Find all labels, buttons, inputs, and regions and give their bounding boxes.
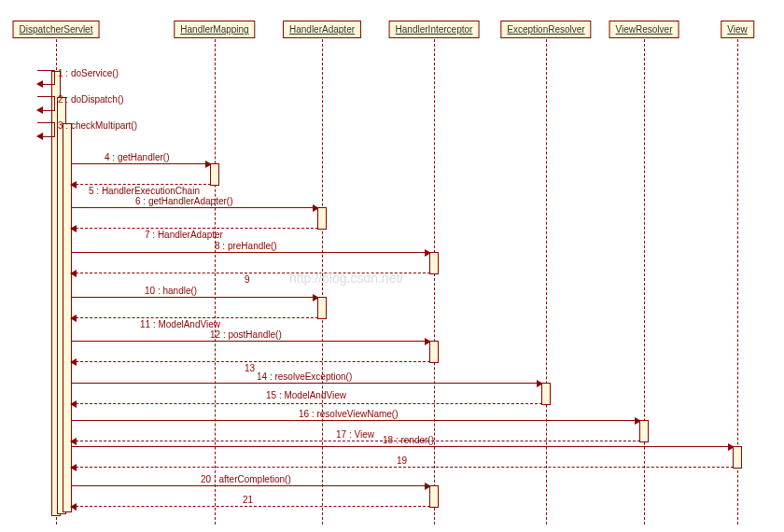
msg-gethandleradapter bbox=[71, 207, 318, 208]
label-handle: 10 : handle() bbox=[145, 286, 197, 296]
label-handleradapter: 7 : HandlerAdapter bbox=[145, 230, 223, 240]
label-21: 21 bbox=[243, 495, 253, 505]
participant-viewresolver: ViewResolver bbox=[609, 21, 679, 38]
activation-view bbox=[733, 446, 742, 469]
activation-interceptor-2 bbox=[429, 341, 439, 363]
label-prehandle: 8 : preHandle() bbox=[215, 241, 277, 251]
return-view bbox=[71, 441, 640, 441]
activation-mapping bbox=[210, 163, 219, 186]
lifeline-viewresolver bbox=[644, 39, 645, 525]
label-gethandler: 4 : getHandler() bbox=[105, 152, 169, 162]
label-resolveexception: 14 : resolveException() bbox=[257, 371, 352, 382]
msg-prehandle bbox=[71, 252, 430, 253]
return-19 bbox=[71, 467, 734, 468]
label-9: 9 bbox=[245, 274, 250, 285]
return-handleradapter bbox=[71, 228, 318, 229]
return-handlerexecutionchain bbox=[71, 184, 211, 185]
label-aftercompletion: 20 : afterCompletion() bbox=[201, 474, 291, 484]
label-13: 13 bbox=[245, 363, 255, 373]
activation-viewresolver bbox=[639, 420, 649, 442]
msg-render bbox=[71, 446, 734, 447]
lifeline-exception bbox=[546, 39, 547, 525]
participant-mapping: HandlerMapping bbox=[174, 21, 255, 38]
activation-interceptor-3 bbox=[429, 485, 439, 508]
label-modelandview-1: 11 : ModelAndView bbox=[140, 319, 220, 329]
participant-adapter: HandlerAdapter bbox=[283, 21, 361, 38]
activation-adapter-1 bbox=[317, 207, 327, 230]
activation-interceptor-1 bbox=[429, 252, 439, 274]
participant-exception: ExceptionResolver bbox=[500, 21, 591, 38]
watermark: http://blog.csdn.net/ bbox=[289, 271, 403, 286]
self-doservice bbox=[37, 70, 55, 85]
activation-exception bbox=[541, 383, 551, 405]
self-dodispatch bbox=[37, 96, 55, 111]
msg-resolveviewname bbox=[71, 420, 640, 421]
self-checkmultipart bbox=[37, 122, 55, 137]
label-checkmultipart: 3 : checkMultipart() bbox=[58, 120, 137, 131]
return-modelandview-2 bbox=[71, 403, 542, 404]
label-view: 17 : View bbox=[336, 429, 374, 440]
msg-gethandler bbox=[71, 163, 211, 164]
label-19: 19 bbox=[397, 455, 407, 466]
label-doservice: 1 : doService() bbox=[58, 68, 119, 78]
participant-view: View bbox=[721, 21, 754, 38]
label-modelandview-2: 15 : ModelAndView bbox=[266, 390, 346, 400]
return-modelandview-1 bbox=[71, 317, 318, 318]
msg-aftercompletion bbox=[71, 485, 430, 486]
label-dodispatch: 2 : doDispatch() bbox=[58, 94, 124, 105]
msg-resolveexception bbox=[71, 383, 542, 384]
msg-posthandle bbox=[71, 341, 430, 342]
participant-interceptor: HandlerInterceptor bbox=[389, 21, 480, 38]
label-render: 18 : render() bbox=[383, 435, 434, 445]
lifeline-mapping bbox=[215, 39, 216, 525]
lifeline-interceptor bbox=[434, 39, 435, 525]
msg-handle bbox=[71, 297, 318, 298]
return-21 bbox=[71, 506, 430, 507]
label-posthandle: 12 : postHandle() bbox=[210, 329, 282, 340]
activation-adapter-2 bbox=[317, 297, 327, 319]
label-resolveviewname: 16 : resolveViewName() bbox=[299, 409, 399, 419]
label-gethandleradapter: 6 : getHandlerAdapter() bbox=[135, 196, 233, 206]
label-handlerexecutionchain: 5 : HandlerExecutionChain bbox=[89, 186, 200, 196]
return-13 bbox=[71, 361, 430, 362]
participant-dispatcher: DispatcherServlet bbox=[13, 21, 100, 38]
